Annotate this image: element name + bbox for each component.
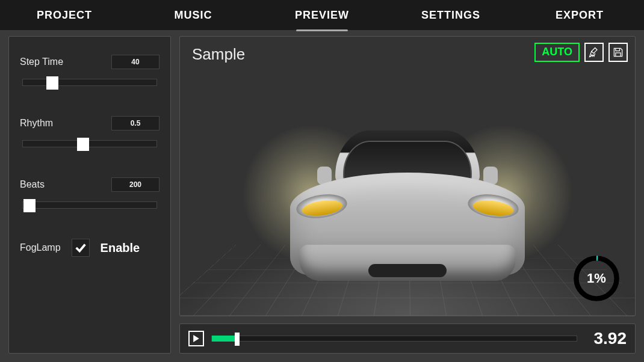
beats-thumb[interactable] xyxy=(23,199,36,212)
beats-label: Beats xyxy=(20,179,45,190)
timeline-fill xyxy=(212,336,237,342)
progress-ring: 1% xyxy=(571,253,622,304)
progress-percent-text: 1% xyxy=(571,253,622,304)
timeline-panel: 3.92 xyxy=(179,324,636,354)
foglamp-label: FogLamp xyxy=(20,242,61,253)
time-readout: 3.92 xyxy=(584,329,627,348)
step-time-slider[interactable] xyxy=(22,79,157,86)
main-area: Step Time 40 Rhythm 0.5 Beats 200 xyxy=(0,30,644,362)
check-icon xyxy=(74,241,87,254)
timeline-thumb[interactable] xyxy=(235,333,240,346)
tab-settings[interactable]: SETTINGS xyxy=(386,0,515,30)
beats-slider[interactable] xyxy=(22,201,157,209)
step-time-thumb[interactable] xyxy=(46,76,58,90)
timeline-track[interactable] xyxy=(211,336,577,342)
car-model xyxy=(278,100,537,299)
top-nav: PROJECT MUSIC PREVIEW SETTINGS EXPORT xyxy=(0,0,644,30)
beats-value[interactable]: 200 xyxy=(111,177,159,192)
save-button[interactable] xyxy=(608,43,628,62)
tab-music[interactable]: MUSIC xyxy=(129,0,258,30)
broom-icon xyxy=(588,46,600,58)
tab-export[interactable]: EXPORT xyxy=(515,0,644,30)
foglamp-checkbox[interactable] xyxy=(72,239,90,257)
rhythm-value[interactable]: 0.5 xyxy=(111,116,159,130)
step-time-label: Step Time xyxy=(20,57,63,67)
rhythm-label: Rhythm xyxy=(20,118,53,129)
preview-panel: Sample AUTO xyxy=(179,36,636,316)
clear-button[interactable] xyxy=(584,43,604,62)
tab-preview[interactable]: PREVIEW xyxy=(258,0,386,30)
tab-project[interactable]: PROJECT xyxy=(0,0,129,30)
rhythm-control: Rhythm 0.5 xyxy=(20,116,159,147)
play-icon xyxy=(193,335,200,342)
rhythm-slider[interactable] xyxy=(22,140,157,147)
preview-title: Sample xyxy=(192,45,245,64)
preview-top-controls: AUTO xyxy=(534,43,628,62)
play-button[interactable] xyxy=(188,331,204,346)
beats-control: Beats 200 xyxy=(20,177,159,209)
step-time-control: Step Time 40 xyxy=(20,55,159,86)
content-column: Sample AUTO xyxy=(179,36,636,354)
step-time-value[interactable]: 40 xyxy=(111,55,159,69)
preview-scene[interactable] xyxy=(180,37,635,316)
auto-button[interactable]: AUTO xyxy=(534,43,580,62)
save-icon xyxy=(612,46,624,58)
sidebar-panel: Step Time 40 Rhythm 0.5 Beats 200 xyxy=(8,36,171,354)
car-grille xyxy=(368,264,447,277)
foglamp-control: FogLamp Enable xyxy=(20,239,159,257)
rhythm-thumb[interactable] xyxy=(77,138,89,151)
foglamp-enable-label: Enable xyxy=(101,241,140,255)
